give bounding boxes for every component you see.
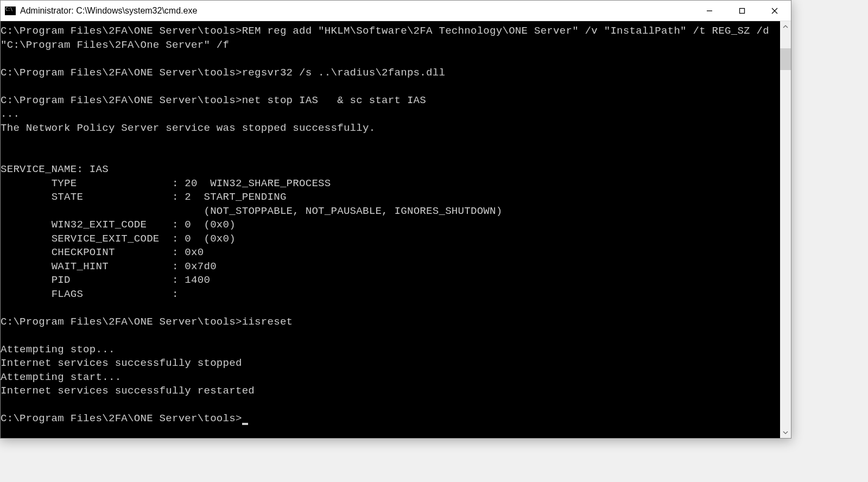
titlebar[interactable]: Administrator: C:\Windows\system32\cmd.e… <box>1 1 791 21</box>
minimize-button[interactable] <box>693 1 726 21</box>
scroll-up-arrow[interactable] <box>780 21 791 32</box>
maximize-icon <box>739 8 745 14</box>
close-button[interactable] <box>758 1 791 21</box>
scroll-down-arrow[interactable] <box>780 427 791 438</box>
vertical-scrollbar[interactable] <box>780 21 791 438</box>
scroll-track[interactable] <box>780 32 791 427</box>
scroll-thumb[interactable] <box>780 48 791 70</box>
chevron-down-icon <box>783 431 788 434</box>
chevron-up-icon <box>783 25 788 28</box>
console-output[interactable]: C:\Program Files\2FA\ONE Server\tools>RE… <box>1 21 780 438</box>
close-icon <box>771 8 778 14</box>
console-container: C:\Program Files\2FA\ONE Server\tools>RE… <box>1 21 791 438</box>
minimize-icon <box>706 8 713 14</box>
cmd-window: Administrator: C:\Windows\system32\cmd.e… <box>0 0 791 439</box>
window-controls <box>693 1 791 21</box>
text-cursor <box>242 423 248 425</box>
svg-rect-1 <box>740 8 745 13</box>
window-title: Administrator: C:\Windows\system32\cmd.e… <box>20 6 693 16</box>
cmd-icon <box>5 7 16 15</box>
maximize-button[interactable] <box>726 1 758 21</box>
